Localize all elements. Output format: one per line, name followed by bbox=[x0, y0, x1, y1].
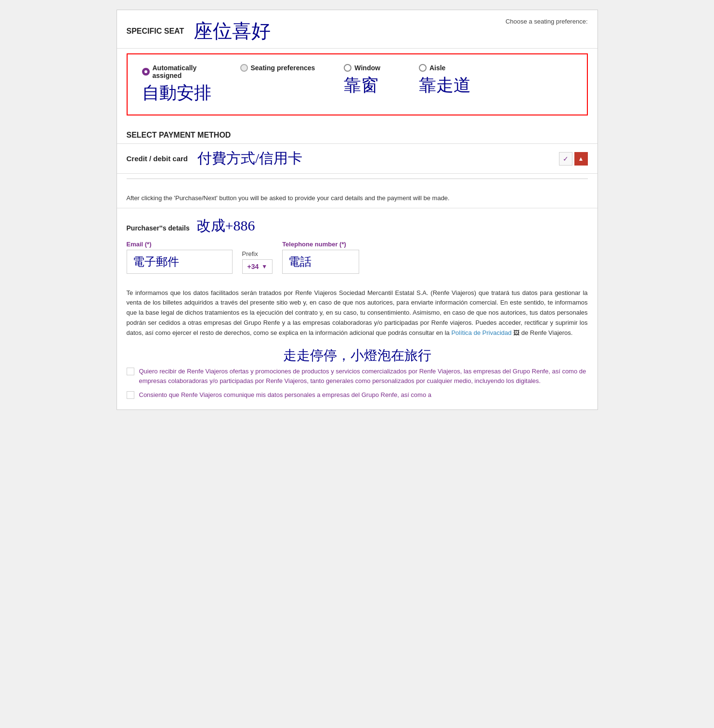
payment-header: SELECT PAYMENT METHOD bbox=[117, 123, 597, 143]
prefix-dropdown-arrow[interactable]: ▼ bbox=[261, 263, 267, 270]
payment-option-label: Credit / debit card bbox=[127, 154, 188, 163]
checkbox-1[interactable] bbox=[127, 368, 134, 375]
email-chinese-hint: 電子郵件 bbox=[133, 255, 179, 268]
arrow-up-icon[interactable]: ▲ bbox=[574, 152, 588, 166]
chinese-payment-label: 付費方式/信用卡 bbox=[197, 149, 302, 168]
window-chinese-label: 靠窗 bbox=[344, 74, 378, 97]
seating-option-pref[interactable]: Seating preferences bbox=[240, 64, 315, 72]
legal-text-body: Te informamos que los datos facilitados … bbox=[127, 289, 588, 336]
pref-radio-button[interactable] bbox=[240, 64, 248, 72]
specific-seat-title: SPECIFIC SEAT bbox=[127, 27, 184, 36]
prefix-value: +34 bbox=[247, 263, 259, 270]
checkbox-1-text: Quiero recibir de Renfe Viajeros ofertas… bbox=[139, 367, 588, 385]
chinese-watermark: 走走停停，小燈泡在旅行 bbox=[117, 346, 597, 365]
privacy-link[interactable]: Política de Privacidad bbox=[451, 329, 511, 336]
checkbox-row-2: Consiento que Renfe Viajeros comunique m… bbox=[127, 390, 588, 400]
email-label: Email (*) bbox=[127, 241, 233, 248]
seating-option-aisle[interactable]: Aisle 靠走道 bbox=[419, 64, 471, 97]
chinese-purchaser-hint: 改成+886 bbox=[196, 217, 255, 233]
aisle-radio-label: Aisle bbox=[429, 64, 445, 72]
window-radio-label: Window bbox=[354, 64, 380, 72]
checkbox-2[interactable] bbox=[127, 391, 134, 399]
phone-input-display[interactable]: 電話 bbox=[282, 250, 359, 274]
payment-section-title: SELECT PAYMENT METHOD bbox=[127, 131, 231, 139]
purchaser-title: Purchaser''s details bbox=[127, 224, 190, 232]
auto-chinese-label: 自動安排 bbox=[142, 81, 211, 105]
seating-options-box: Automaticallyassigned 自動安排 Seating prefe… bbox=[127, 53, 588, 115]
window-radio-button[interactable] bbox=[344, 64, 351, 72]
page-container: SPECIFIC SEAT 座位喜好 Choose a seating pref… bbox=[117, 10, 598, 410]
window-radio-row[interactable]: Window bbox=[344, 64, 380, 72]
prefix-select[interactable]: +34 ▼ bbox=[242, 259, 273, 274]
checkbox-row-1: Quiero recibir de Renfe Viajeros ofertas… bbox=[127, 367, 588, 385]
legal-text-section: Te informamos que los datos facilitados … bbox=[117, 281, 597, 345]
email-input-display[interactable]: 電子郵件 bbox=[127, 250, 233, 274]
payment-option-row[interactable]: Credit / debit card 付費方式/信用卡 ✓ ▲ bbox=[117, 143, 597, 174]
checkbox-section: Quiero recibir de Renfe Viajeros ofertas… bbox=[117, 367, 597, 409]
auto-radio-row[interactable]: Automaticallyassigned bbox=[142, 64, 197, 79]
aisle-radio-button[interactable] bbox=[419, 64, 427, 72]
payment-info-text: After clicking the 'Purchase/Next' butto… bbox=[127, 194, 450, 202]
legal-text-end: de Renfe Viajeros. bbox=[521, 329, 573, 336]
purchaser-fields: Email (*) 電子郵件 Prefix +34 ▼ Telephone nu… bbox=[127, 241, 588, 274]
prefix-label: Prefix bbox=[242, 250, 273, 257]
seating-options-inner: Automaticallyassigned 自動安排 Seating prefe… bbox=[142, 64, 572, 105]
email-field-group: Email (*) 電子郵件 bbox=[127, 241, 233, 274]
seating-option-window[interactable]: Window 靠窗 bbox=[344, 64, 380, 97]
auto-radio-button[interactable] bbox=[142, 68, 150, 76]
specific-seat-header: SPECIFIC SEAT 座位喜好 Choose a seating pref… bbox=[117, 10, 597, 49]
aisle-chinese-label: 靠走道 bbox=[419, 74, 471, 97]
purchaser-section: Purchaser''s details 改成+886 Email (*) 電子… bbox=[117, 208, 597, 281]
auto-radio-label: Automaticallyassigned bbox=[153, 64, 197, 79]
header-left: SPECIFIC SEAT 座位喜好 bbox=[127, 18, 271, 44]
check-icon[interactable]: ✓ bbox=[559, 152, 572, 166]
payment-icons: ✓ ▲ bbox=[559, 152, 588, 166]
purchaser-title-row: Purchaser''s details 改成+886 bbox=[127, 216, 588, 236]
choose-label: Choose a seating preference: bbox=[506, 18, 588, 25]
phone-group: Telephone number (*) 電話 bbox=[282, 241, 359, 274]
phone-chinese-hint: 電話 bbox=[288, 255, 312, 268]
phone-label: Telephone number (*) bbox=[282, 241, 359, 248]
payment-info: After clicking the 'Purchase/Next' butto… bbox=[117, 184, 597, 208]
seating-option-auto[interactable]: Automaticallyassigned 自動安排 bbox=[142, 64, 211, 105]
pref-radio-row[interactable]: Seating preferences bbox=[240, 64, 315, 72]
prefix-group: Prefix +34 ▼ bbox=[242, 250, 273, 274]
pref-radio-label: Seating preferences bbox=[251, 64, 315, 72]
payment-option-left: Credit / debit card 付費方式/信用卡 bbox=[127, 149, 303, 168]
payment-divider bbox=[127, 179, 588, 179]
chinese-seat-title: 座位喜好 bbox=[194, 18, 271, 44]
aisle-radio-row[interactable]: Aisle bbox=[419, 64, 445, 72]
checkbox-2-text: Consiento que Renfe Viajeros comunique m… bbox=[139, 390, 432, 400]
